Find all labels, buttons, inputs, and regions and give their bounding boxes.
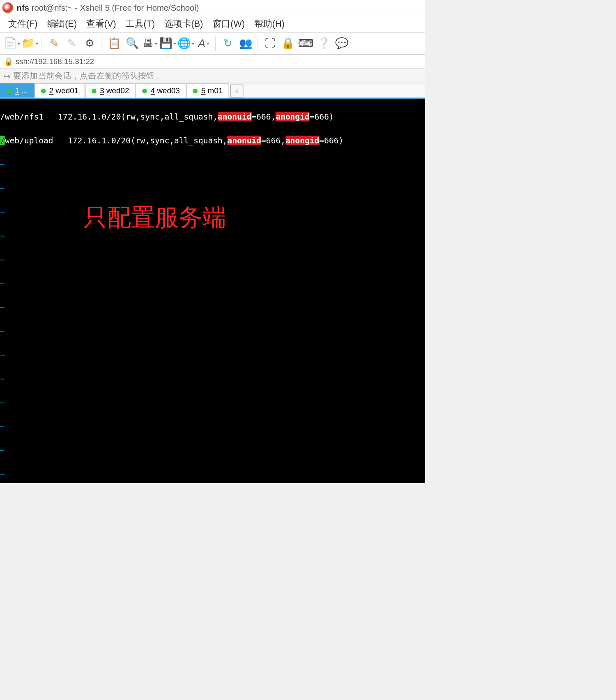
menu-tabs[interactable]: 选项卡(B) bbox=[162, 17, 206, 30]
web-button[interactable]: 🌐 bbox=[177, 35, 194, 52]
vim-tilde: ~ bbox=[0, 253, 425, 265]
overlay-annotation: 只配置服务端 bbox=[83, 212, 226, 224]
comment-button[interactable]: 💬 bbox=[333, 35, 350, 52]
tab-1[interactable]: 1 ... bbox=[0, 83, 34, 98]
menu-bar: 文件(F) 编辑(E) 查看(V) 工具(T) 选项卡(B) 窗口(W) 帮助(… bbox=[0, 16, 425, 32]
add-session-icon[interactable]: ↪ bbox=[4, 71, 11, 81]
window-title: nfs root@nfs:~ - Xshell 5 (Free for Home… bbox=[17, 3, 199, 12]
keyboard-button[interactable]: ⌨ bbox=[298, 35, 315, 52]
terminal-line: /web/nfs1 172.16.1.0/20(rw,sync,all_squa… bbox=[0, 111, 425, 123]
vim-tilde: ~ bbox=[0, 349, 425, 361]
app-icon bbox=[2, 2, 13, 13]
help-button[interactable]: ❔ bbox=[315, 35, 332, 52]
users-button[interactable]: 👥 bbox=[237, 35, 254, 52]
vim-tilde: ~ bbox=[0, 325, 425, 337]
fullscreen-button[interactable]: ⛶ bbox=[262, 35, 279, 52]
vim-cursor: / bbox=[0, 136, 5, 145]
tab-4[interactable]: 4 wed03 bbox=[136, 83, 186, 98]
status-dot-icon bbox=[41, 88, 46, 93]
vim-tilde: ~ bbox=[0, 373, 425, 385]
properties-button[interactable]: ⚙ bbox=[82, 35, 99, 52]
vim-tilde: ~ bbox=[0, 396, 425, 408]
vim-tilde: ~ bbox=[0, 444, 425, 456]
open-button[interactable]: 📁 bbox=[21, 35, 38, 52]
hint-text: 要添加当前会话，点击左侧的箭头按钮。 bbox=[13, 71, 163, 81]
status-dot-icon bbox=[92, 88, 97, 93]
reconnect-button[interactable]: ✎ bbox=[46, 35, 63, 52]
menu-file[interactable]: 文件(F) bbox=[6, 17, 40, 30]
new-session-button[interactable]: 📄 bbox=[4, 35, 21, 52]
menu-help[interactable]: 帮助(H) bbox=[252, 17, 287, 30]
save-button[interactable]: 💾 bbox=[159, 35, 176, 52]
terminal-line: /web/upload 172.16.1.0/20(rw,sync,all_sq… bbox=[0, 134, 425, 146]
menu-window[interactable]: 窗口(W) bbox=[210, 17, 247, 30]
lock-icon: 🔒 bbox=[4, 57, 13, 66]
refresh-button[interactable]: ↻ bbox=[220, 35, 237, 52]
address-bar[interactable]: 🔒 ssh://192.168.15.31:22 bbox=[0, 55, 425, 69]
tab-3[interactable]: 3 wed02 bbox=[85, 83, 136, 98]
menu-tools[interactable]: 工具(T) bbox=[123, 17, 157, 30]
disconnect-button[interactable]: ✎ bbox=[64, 35, 80, 52]
address-text: ssh://192.168.15.31:22 bbox=[16, 57, 94, 66]
copy-button[interactable]: 📋 bbox=[106, 35, 123, 52]
menu-view[interactable]: 查看(V) bbox=[84, 17, 119, 30]
vim-tilde: ~ bbox=[0, 230, 425, 242]
vim-tilde: ~ bbox=[0, 277, 425, 289]
vim-tilde: ~ bbox=[0, 158, 425, 170]
status-dot-icon bbox=[7, 88, 11, 93]
toolbar: 📄 📁 ✎ ✎ ⚙ 📋 🔍 🖶 💾 🌐 A ↻ 👥 ⛶ 🔒 ⌨ ❔ 💬 bbox=[0, 32, 425, 55]
lock-button[interactable]: 🔒 bbox=[280, 35, 297, 52]
vim-tilde: ~ bbox=[0, 301, 425, 313]
vim-tilde: ~ bbox=[0, 420, 425, 432]
vim-tilde: ~ bbox=[0, 182, 425, 194]
hint-bar: ↪ 要添加当前会话，点击左侧的箭头按钮。 bbox=[0, 69, 425, 83]
add-tab-button[interactable]: + bbox=[230, 85, 244, 98]
tab-5[interactable]: 5 m01 bbox=[186, 83, 230, 98]
terminal[interactable]: /web/nfs1 172.16.1.0/20(rw,sync,all_squa… bbox=[0, 99, 425, 483]
title-bar: nfs root@nfs:~ - Xshell 5 (Free for Home… bbox=[0, 0, 425, 16]
status-dot-icon bbox=[142, 88, 147, 93]
vim-tilde: ~ bbox=[0, 468, 425, 480]
tab-2[interactable]: 2 wed01 bbox=[34, 83, 85, 98]
tabs-bar: 1 ... 2 wed01 3 wed02 4 wed03 5 m01 + ◂ … bbox=[0, 83, 425, 99]
menu-edit[interactable]: 编辑(E) bbox=[45, 17, 79, 30]
print-button[interactable]: 🖶 bbox=[142, 35, 159, 52]
find-button[interactable]: 🔍 bbox=[124, 35, 140, 52]
status-dot-icon bbox=[193, 88, 198, 93]
font-button[interactable]: A bbox=[195, 35, 212, 52]
